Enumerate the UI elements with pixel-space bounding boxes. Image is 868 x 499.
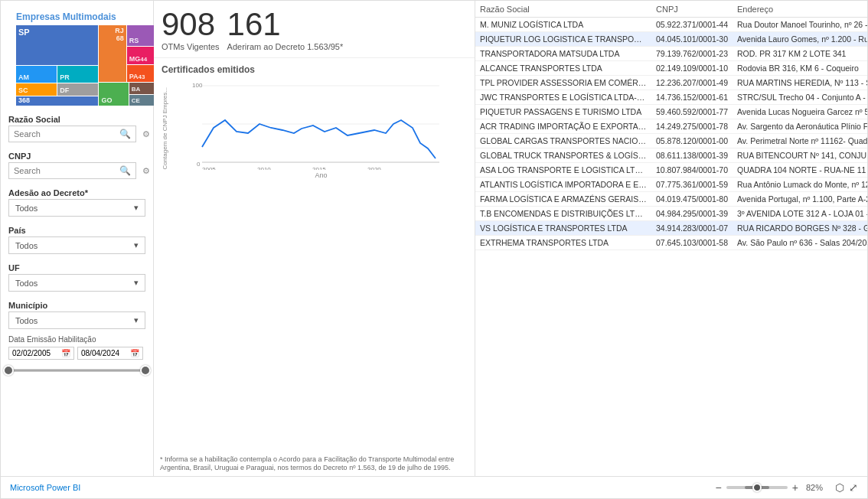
treemap-cell-go[interactable]: GO bbox=[99, 83, 128, 106]
municipio-select[interactable]: Todos ▾ bbox=[8, 311, 145, 329]
y-axis-label: Contagem de CNPJ Empres... bbox=[162, 87, 168, 170]
calendar-from-icon[interactable]: 📅 bbox=[61, 349, 70, 357]
uf-select[interactable]: Todos ▾ bbox=[8, 274, 145, 292]
date-to-input[interactable]: 📅 bbox=[77, 347, 143, 360]
range-thumb-left[interactable] bbox=[3, 365, 14, 376]
table-row[interactable]: EXTRHEMA TRANSPORTES LTDA 07.645.103/000… bbox=[475, 236, 867, 250]
zoom-slider[interactable] bbox=[726, 486, 788, 489]
table-row[interactable]: GLOBAL TRUCK TRANSPORTES & LOGÍSTICA LTD… bbox=[475, 148, 867, 163]
cell-endereco: Av. Sargento da Aeronáutica Plínio F. Go… bbox=[733, 119, 867, 134]
cell-cnpj: 04.045.101/0001-30 bbox=[651, 32, 733, 47]
treemap-cell-rj[interactable]: RJ 68 bbox=[99, 25, 126, 82]
cell-razao: FARMA LOGÍSTICA E ARMAZÉNS GERAIS LTDA bbox=[475, 192, 651, 207]
col-cnpj[interactable]: CNPJ bbox=[651, 1, 733, 18]
razao-social-filter: Razão Social 🔍 ⚙ bbox=[8, 112, 145, 142]
table-row[interactable]: ACR TRADING IMPORTAÇÃO E EXPORTAÇÃO LTDA… bbox=[475, 119, 867, 134]
uf-label: UF bbox=[8, 263, 145, 272]
cnpj-search-box[interactable]: 🔍 bbox=[8, 162, 136, 179]
decreto-label: Aderiram ao Decreto 1.563/95* bbox=[227, 42, 344, 51]
cell-endereco: Avenida Lucas Nogueira Garcez nº 578 - J… bbox=[733, 105, 867, 119]
table-row[interactable]: ASA LOG TRANSPORTE E LOGISTICA LTDA - ME… bbox=[475, 163, 867, 178]
zoom-plus-button[interactable]: + bbox=[792, 481, 798, 494]
treemap-cell-ba[interactable]: BA bbox=[129, 83, 154, 94]
cell-endereco: RUA MARTINS HEREDIA, Nº 113 - SALA 4 - V… bbox=[733, 76, 867, 90]
zoom-controls: − + 82% ⬡ ⤢ bbox=[716, 481, 858, 494]
cell-cnpj: 34.914.283/0001-07 bbox=[651, 221, 733, 236]
cell-razao: PIQUETUR LOG LOGISTICA E TRANSPORTE LTDA bbox=[475, 32, 651, 47]
treemap-cell-sc[interactable]: SC bbox=[16, 83, 57, 96]
adesao-label: Adesão ao Decreto* bbox=[8, 188, 145, 197]
col-razao-social[interactable]: Razão Social bbox=[475, 1, 651, 18]
treemap[interactable]: SP AM PR SC DF 368 bbox=[16, 25, 154, 106]
cell-cnpj: 10.807.984/0001-70 bbox=[651, 163, 733, 178]
table-row[interactable]: JWC TRANSPORTES E LOGÍSTICA LTDA-EPP 14.… bbox=[475, 90, 867, 105]
treemap-cell-am[interactable]: AM bbox=[16, 66, 57, 83]
cnpj-input[interactable] bbox=[14, 166, 119, 175]
table-row[interactable]: TRANSPORTADORA MATSUDA LTDA 79.139.762/0… bbox=[475, 47, 867, 61]
fullscreen-icon[interactable]: ⤢ bbox=[849, 481, 858, 494]
table-row[interactable]: GLOBAL CARGAS TRANSPORTES NACIONAIS E IN… bbox=[475, 134, 867, 148]
treemap-cell-rs[interactable]: RS bbox=[127, 25, 154, 46]
table-row[interactable]: M. MUNIZ LOGÍSTICA LTDA 05.922.371/0001-… bbox=[475, 18, 867, 32]
date-from-field[interactable] bbox=[12, 349, 58, 357]
cell-endereco: RUA RICARDO BORGES Nº 328 - GUANABARA bbox=[733, 221, 867, 236]
treemap-sp-value: 368 bbox=[16, 96, 98, 106]
date-to-field[interactable] bbox=[81, 349, 127, 357]
cnpj-label: CNPJ bbox=[8, 152, 145, 161]
calendar-to-icon[interactable]: 📅 bbox=[130, 349, 139, 357]
treemap-cell-ce[interactable]: CE bbox=[129, 95, 154, 106]
adesao-chevron-icon: ▾ bbox=[134, 203, 139, 213]
zoom-thumb[interactable] bbox=[752, 483, 762, 492]
cell-cnpj: 14.249.275/0001-78 bbox=[651, 119, 733, 134]
chart-title: Certificados emitidos bbox=[162, 64, 467, 75]
cell-endereco: RUA BITENCOURT Nº 141, CONJUNTO 58 - VIL… bbox=[733, 148, 867, 163]
razao-social-search-box[interactable]: 🔍 bbox=[8, 126, 136, 142]
cell-endereco: Rodovia BR 316, KM 6 - Coqueiro bbox=[733, 61, 867, 76]
table-row[interactable]: PIQUETUR LOG LOGISTICA E TRANSPORTE LTDA… bbox=[475, 32, 867, 47]
zoom-minus-button[interactable]: − bbox=[716, 481, 722, 494]
otm-stat: 908 OTMs Vigentes bbox=[162, 7, 220, 51]
svg-text:0: 0 bbox=[197, 161, 201, 168]
cell-cnpj: 08.611.138/0001-39 bbox=[651, 148, 733, 163]
share-icon[interactable]: ⬡ bbox=[835, 481, 844, 494]
table-row[interactable]: ALCANCE TRANSPORTES LTDA 02.149.109/0001… bbox=[475, 61, 867, 76]
zoom-value: 82% bbox=[806, 483, 823, 492]
table-row[interactable]: TPL PROVIDER ASSESSORIA EM COMÉRCIO EXTE… bbox=[475, 76, 867, 90]
date-from-input[interactable]: 📅 bbox=[8, 347, 74, 360]
cell-cnpj: 07.775.361/0001-59 bbox=[651, 178, 733, 192]
cell-endereco: Av. São Paulo nº 636 - Salas 204/205 - S… bbox=[733, 236, 867, 250]
x-axis-label: Ano bbox=[175, 171, 467, 179]
table-row[interactable]: ATLANTIS LOGÍSTICA IMPORTADORA E EXPORTA… bbox=[475, 178, 867, 192]
cell-razao: T.B ENCOMENDAS E DISTRIBUIÇÕES LTDA - ME bbox=[475, 207, 651, 221]
treemap-cell-sp[interactable]: SP bbox=[16, 25, 98, 65]
table-row[interactable]: FARMA LOGÍSTICA E ARMAZÉNS GERAIS LTDA 0… bbox=[475, 192, 867, 207]
powerbi-link[interactable]: Microsoft Power BI bbox=[10, 483, 80, 492]
treemap-cell-mg[interactable]: MG44 bbox=[127, 47, 154, 64]
razao-social-input[interactable] bbox=[14, 129, 119, 139]
treemap-cell-pr[interactable]: PR bbox=[57, 66, 98, 83]
cnpj-filter-icon[interactable]: ⚙ bbox=[142, 166, 150, 176]
adesao-select[interactable]: Todos ▾ bbox=[8, 199, 145, 217]
cell-razao: TRANSPORTADORA MATSUDA LTDA bbox=[475, 47, 651, 61]
cell-cnpj: 12.236.207/0001-49 bbox=[651, 76, 733, 90]
range-thumb-right[interactable] bbox=[140, 365, 151, 376]
table-row[interactable]: VS LOGÍSTICA E TRANSPORTES LTDA 34.914.2… bbox=[475, 221, 867, 236]
pais-select[interactable]: Todos ▾ bbox=[8, 236, 145, 254]
table-row[interactable]: T.B ENCOMENDAS E DISTRIBUIÇÕES LTDA - ME… bbox=[475, 207, 867, 221]
razao-social-filter-icon[interactable]: ⚙ bbox=[142, 129, 150, 139]
col-endereco[interactable]: Endereço bbox=[733, 1, 867, 18]
cell-razao: TPL PROVIDER ASSESSORIA EM COMÉRCIO EXTE… bbox=[475, 76, 651, 90]
cell-endereco: Rua Antônio Lumack do Monte, nº 128, Sal… bbox=[733, 178, 867, 192]
cell-razao: JWC TRANSPORTES E LOGÍSTICA LTDA-EPP bbox=[475, 90, 651, 105]
cell-razao: ATLANTIS LOGÍSTICA IMPORTADORA E EXPORTA… bbox=[475, 178, 651, 192]
treemap-cell-pa[interactable]: PA43 bbox=[127, 65, 154, 83]
date-range-slider[interactable] bbox=[8, 364, 145, 377]
municipio-filter: Município Todos ▾ bbox=[8, 298, 145, 329]
svg-text:2005: 2005 bbox=[202, 166, 216, 170]
cell-razao: GLOBAL TRUCK TRANSPORTES & LOGÍSTICA LTD… bbox=[475, 148, 651, 163]
certificates-chart: Certificados emitidos Contagem de CNPJ E… bbox=[154, 58, 475, 453]
razao-social-label: Razão Social bbox=[8, 115, 145, 124]
table-row[interactable]: PIQUETUR PASSAGENS E TURISMO LTDA 59.460… bbox=[475, 105, 867, 119]
treemap-cell-df[interactable]: DF bbox=[57, 83, 98, 96]
cell-razao: ASA LOG TRANSPORTE E LOGISTICA LTDA - ME bbox=[475, 163, 651, 178]
